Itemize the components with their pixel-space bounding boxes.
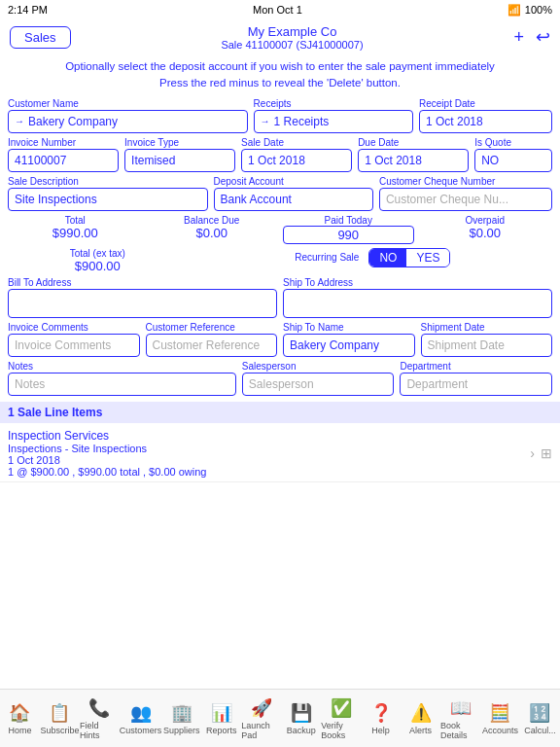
salesperson-input[interactable]: Salesperson bbox=[242, 373, 395, 396]
department-input[interactable]: Department bbox=[400, 373, 552, 396]
recurring-sale-label: Recurring Sale bbox=[295, 252, 359, 263]
notes-input[interactable]: Notes bbox=[8, 373, 236, 396]
shipment-date-input[interactable]: Shipment Date bbox=[421, 334, 553, 357]
sale-date-value[interactable]: 1 Oct 2018 bbox=[241, 149, 352, 172]
sale-description-value[interactable]: Site Inspections bbox=[8, 188, 208, 211]
forward-icon[interactable]: ↩ bbox=[536, 26, 550, 48]
recurring-group: Recurring Sale NO YES bbox=[193, 248, 552, 267]
backup-icon: 💾 bbox=[291, 702, 312, 724]
total-ex-label: Total (ex tax) bbox=[8, 248, 188, 259]
tab-book-details[interactable]: 📖 Book Details bbox=[440, 690, 480, 747]
customer-cheque-label: Customer Cheque Number bbox=[379, 176, 552, 187]
battery-label: 100% bbox=[525, 4, 552, 16]
customer-name-group: Customer Name → Bakery Company bbox=[8, 98, 248, 133]
total-cell: Total $990.00 bbox=[10, 215, 141, 244]
customer-cheque-value[interactable]: Customer Cheque Nu... bbox=[379, 188, 552, 211]
status-day: Mon Oct 1 bbox=[253, 4, 302, 16]
ship-to-value[interactable] bbox=[283, 289, 552, 318]
balance-due-cell: Balance Due $0.00 bbox=[147, 215, 278, 244]
line-item-subtitle3: 1 @ $900.00 , $990.00 total , $0.00 owin… bbox=[8, 466, 530, 478]
tab-customers[interactable]: 👥 Customers bbox=[120, 690, 162, 747]
customer-reference-input[interactable]: Customer Reference bbox=[146, 334, 278, 357]
ship-to-group: Ship To Address bbox=[283, 277, 552, 318]
recurring-toggle[interactable]: NO YES bbox=[368, 248, 450, 267]
tab-calcul-label: Calcul... bbox=[524, 726, 556, 735]
bill-to-label: Bill To Address bbox=[8, 277, 277, 288]
ship-to-name-value[interactable]: Bakery Company bbox=[283, 334, 415, 357]
total-ex-value: $900.00 bbox=[8, 259, 188, 273]
tab-reports[interactable]: 📊 Reports bbox=[201, 690, 241, 747]
shipment-date-label: Shipment Date bbox=[421, 322, 553, 333]
tab-home-label: Home bbox=[8, 726, 31, 735]
receipt-date-label: Receipt Date bbox=[419, 98, 552, 109]
info-line2: Press the red minus to reveal the 'Delet… bbox=[10, 75, 550, 91]
tab-subscribe-label: Subscribe bbox=[40, 726, 79, 735]
ship-to-name-group: Ship To Name Bakery Company bbox=[283, 322, 415, 357]
customer-name-label: Customer Name bbox=[8, 98, 248, 109]
status-bar: 2:14 PM Mon Oct 1 📶 100% bbox=[0, 0, 560, 19]
due-date-value[interactable]: 1 Oct 2018 bbox=[358, 149, 469, 172]
tab-help[interactable]: ❓ Help bbox=[361, 690, 401, 747]
tab-accounts-label: Accounts bbox=[482, 726, 518, 735]
field-hints-icon: 📞 bbox=[88, 697, 110, 719]
sale-date-group: Sale Date 1 Oct 2018 bbox=[241, 137, 352, 172]
book-details-icon: 📖 bbox=[450, 697, 472, 719]
is-quote-label: Is Quote bbox=[474, 137, 552, 148]
customer-reference-group: Customer Reference Customer Reference bbox=[146, 322, 278, 357]
paid-today-value[interactable]: 990 bbox=[283, 226, 414, 244]
row-invoice: Invoice Number 41100007 Invoice Type Ite… bbox=[8, 137, 552, 172]
tab-verify-books[interactable]: ✅ Verify Books bbox=[321, 690, 361, 747]
nav-icons: + ↩ bbox=[513, 26, 550, 48]
receipts-value[interactable]: → 1 Receipts bbox=[254, 110, 413, 133]
tab-calcul[interactable]: 🔢 Calcul... bbox=[520, 690, 560, 747]
customer-name-value[interactable]: → Bakery Company bbox=[8, 110, 248, 133]
invoice-comments-input[interactable]: Invoice Comments bbox=[8, 334, 140, 357]
tab-reports-label: Reports bbox=[206, 726, 237, 735]
tab-home[interactable]: 🏠 Home bbox=[0, 690, 40, 747]
total-ex-cell: Total (ex tax) $900.00 bbox=[8, 248, 188, 273]
shipment-date-group: Shipment Date Shipment Date bbox=[421, 322, 553, 357]
info-message: Optionally select the deposit account if… bbox=[0, 54, 560, 96]
tab-backup[interactable]: 💾 Backup bbox=[281, 690, 321, 747]
tab-alerts[interactable]: ⚠️ Alerts bbox=[401, 690, 440, 747]
back-button[interactable]: Sales bbox=[10, 26, 71, 49]
paid-today-cell[interactable]: Paid Today 990 bbox=[283, 215, 414, 244]
toggle-yes-button[interactable]: YES bbox=[406, 249, 449, 267]
toggle-no-button[interactable]: NO bbox=[369, 249, 406, 267]
nav-center: My Example Co Sale 41100007 (SJ41000007) bbox=[221, 24, 363, 51]
sale-id: Sale 41100007 (SJ41000007) bbox=[221, 39, 363, 51]
total-label: Total bbox=[10, 215, 141, 226]
due-date-label: Due Date bbox=[358, 137, 469, 148]
receipt-date-value[interactable]: 1 Oct 2018 bbox=[419, 110, 552, 133]
tab-subscribe[interactable]: 📋 Subscribe bbox=[40, 690, 80, 747]
deposit-account-value[interactable]: Bank Account bbox=[214, 188, 373, 211]
line-item[interactable]: Inspection Services Inspections - Site I… bbox=[0, 425, 560, 482]
tab-launch-pad-label: Launch Pad bbox=[241, 721, 281, 740]
invoice-type-value[interactable]: Itemised bbox=[124, 149, 235, 172]
info-line1: Optionally select the deposit account if… bbox=[10, 58, 550, 75]
tab-help-label: Help bbox=[371, 726, 390, 735]
invoice-type-label: Invoice Type bbox=[124, 137, 235, 148]
tab-suppliers[interactable]: 🏢 Suppliers bbox=[161, 690, 201, 747]
tab-field-hints[interactable]: 📞 Field Hints bbox=[80, 690, 120, 747]
tab-launch-pad[interactable]: 🚀 Launch Pad bbox=[241, 690, 281, 747]
row-total-ex: Total (ex tax) $900.00 Recurring Sale NO… bbox=[8, 248, 552, 273]
is-quote-value[interactable]: NO bbox=[474, 149, 552, 172]
receipt-date-group: Receipt Date 1 Oct 2018 bbox=[419, 98, 552, 133]
plus-icon[interactable]: + bbox=[513, 27, 524, 48]
line-item-grid-icon: ⊞ bbox=[541, 445, 552, 461]
notes-label: Notes bbox=[8, 361, 236, 372]
notes-row: Notes Notes Salesperson Salesperson Depa… bbox=[8, 361, 552, 396]
overpaid-value: $0.00 bbox=[420, 226, 551, 240]
bill-to-value[interactable] bbox=[8, 289, 277, 318]
totals-row: Total $990.00 Balance Due $0.00 Paid Tod… bbox=[8, 215, 552, 244]
due-date-group: Due Date 1 Oct 2018 bbox=[358, 137, 469, 172]
receipts-group: Receipts → 1 Receipts bbox=[254, 98, 413, 133]
verify-books-icon: ✅ bbox=[331, 697, 352, 719]
total-value: $990.00 bbox=[10, 226, 141, 240]
accounts-icon: 🧮 bbox=[489, 702, 510, 724]
sale-date-label: Sale Date bbox=[241, 137, 352, 148]
tab-accounts[interactable]: 🧮 Accounts bbox=[480, 690, 520, 747]
invoice-number-value[interactable]: 41100007 bbox=[8, 149, 119, 172]
invoice-comments-group: Invoice Comments Invoice Comments bbox=[8, 322, 140, 357]
